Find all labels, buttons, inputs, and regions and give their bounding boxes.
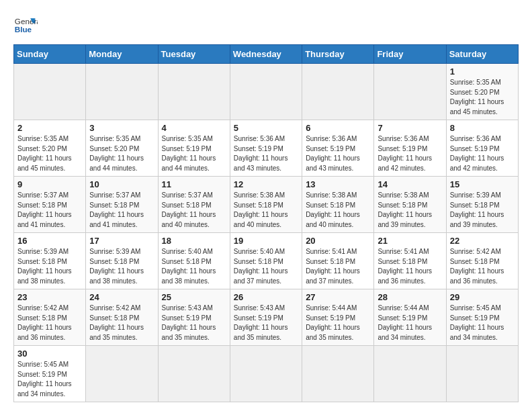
weekday-header-cell: Monday <box>86 45 158 64</box>
day-info: Sunrise: 5:36 AMSunset: 5:19 PMDaylight:… <box>450 134 515 173</box>
weekday-header-cell: Wednesday <box>230 45 302 64</box>
calendar-day-cell: 11Sunrise: 5:37 AMSunset: 5:18 PMDayligh… <box>158 177 230 233</box>
day-info: Sunrise: 5:38 AMSunset: 5:18 PMDaylight:… <box>234 191 298 230</box>
day-number: 11 <box>162 179 226 189</box>
calendar-day-cell: 19Sunrise: 5:40 AMSunset: 5:18 PMDayligh… <box>230 233 302 289</box>
day-info: Sunrise: 5:44 AMSunset: 5:19 PMDaylight:… <box>378 304 442 342</box>
day-number: 30 <box>17 349 82 359</box>
day-info: Sunrise: 5:42 AMSunset: 5:18 PMDaylight:… <box>450 247 515 286</box>
day-number: 3 <box>89 123 154 133</box>
calendar-day-cell: 2Sunrise: 5:35 AMSunset: 5:20 PMDaylight… <box>14 120 86 177</box>
calendar-day-cell <box>86 64 158 120</box>
page-header: General Blue <box>13 13 519 38</box>
calendar-day-cell: 7Sunrise: 5:36 AMSunset: 5:19 PMDaylight… <box>374 120 446 177</box>
day-info: Sunrise: 5:37 AMSunset: 5:18 PMDaylight:… <box>89 191 154 230</box>
day-info: Sunrise: 5:41 AMSunset: 5:18 PMDaylight:… <box>306 247 370 286</box>
calendar-day-cell <box>230 346 302 402</box>
calendar-day-cell <box>446 346 518 402</box>
day-info: Sunrise: 5:42 AMSunset: 5:18 PMDaylight:… <box>17 304 82 342</box>
day-info: Sunrise: 5:44 AMSunset: 5:19 PMDaylight:… <box>306 304 370 342</box>
day-info: Sunrise: 5:38 AMSunset: 5:18 PMDaylight:… <box>378 191 442 230</box>
calendar-day-cell: 13Sunrise: 5:38 AMSunset: 5:18 PMDayligh… <box>302 177 374 233</box>
day-number: 27 <box>306 292 370 302</box>
calendar-day-cell: 29Sunrise: 5:45 AMSunset: 5:19 PMDayligh… <box>446 289 518 346</box>
day-info: Sunrise: 5:45 AMSunset: 5:19 PMDaylight:… <box>450 304 515 342</box>
day-number: 13 <box>306 179 370 189</box>
calendar-day-cell: 17Sunrise: 5:39 AMSunset: 5:18 PMDayligh… <box>86 233 158 289</box>
day-number: 22 <box>450 236 515 246</box>
day-number: 21 <box>378 236 442 246</box>
day-info: Sunrise: 5:42 AMSunset: 5:18 PMDaylight:… <box>89 304 154 342</box>
day-number: 10 <box>89 179 154 189</box>
day-info: Sunrise: 5:35 AMSunset: 5:20 PMDaylight:… <box>450 78 515 117</box>
day-info: Sunrise: 5:38 AMSunset: 5:18 PMDaylight:… <box>306 191 370 230</box>
day-info: Sunrise: 5:45 AMSunset: 5:19 PMDaylight:… <box>17 360 82 399</box>
calendar-day-cell: 14Sunrise: 5:38 AMSunset: 5:18 PMDayligh… <box>374 177 446 233</box>
day-number: 12 <box>234 179 298 189</box>
calendar-table: SundayMondayTuesdayWednesdayThursdayFrid… <box>13 44 519 402</box>
weekday-header-cell: Saturday <box>446 45 518 64</box>
calendar-week-row: 9Sunrise: 5:37 AMSunset: 5:18 PMDaylight… <box>14 177 519 233</box>
day-number: 7 <box>378 123 442 133</box>
day-info: Sunrise: 5:36 AMSunset: 5:19 PMDaylight:… <box>306 134 370 173</box>
calendar-day-cell: 18Sunrise: 5:40 AMSunset: 5:18 PMDayligh… <box>158 233 230 289</box>
day-info: Sunrise: 5:43 AMSunset: 5:19 PMDaylight:… <box>162 304 226 342</box>
day-number: 19 <box>234 236 298 246</box>
calendar-day-cell: 30Sunrise: 5:45 AMSunset: 5:19 PMDayligh… <box>14 346 86 402</box>
calendar-day-cell: 16Sunrise: 5:39 AMSunset: 5:18 PMDayligh… <box>14 233 86 289</box>
calendar-day-cell: 10Sunrise: 5:37 AMSunset: 5:18 PMDayligh… <box>86 177 158 233</box>
day-info: Sunrise: 5:39 AMSunset: 5:18 PMDaylight:… <box>89 247 154 286</box>
day-number: 17 <box>89 236 154 246</box>
logo-icon: General Blue <box>13 13 38 38</box>
calendar-day-cell: 24Sunrise: 5:42 AMSunset: 5:18 PMDayligh… <box>86 289 158 346</box>
day-number: 25 <box>162 292 226 302</box>
calendar-day-cell <box>158 346 230 402</box>
day-info: Sunrise: 5:39 AMSunset: 5:18 PMDaylight:… <box>450 191 515 230</box>
weekday-header-cell: Friday <box>374 45 446 64</box>
day-number: 14 <box>378 179 442 189</box>
calendar-day-cell <box>14 64 86 120</box>
calendar-day-cell: 4Sunrise: 5:35 AMSunset: 5:19 PMDaylight… <box>158 120 230 177</box>
day-number: 1 <box>450 66 515 77</box>
day-info: Sunrise: 5:37 AMSunset: 5:18 PMDaylight:… <box>17 191 82 230</box>
calendar-day-cell: 6Sunrise: 5:36 AMSunset: 5:19 PMDaylight… <box>302 120 374 177</box>
day-info: Sunrise: 5:40 AMSunset: 5:18 PMDaylight:… <box>162 247 226 286</box>
day-info: Sunrise: 5:39 AMSunset: 5:18 PMDaylight:… <box>17 247 82 286</box>
day-info: Sunrise: 5:35 AMSunset: 5:19 PMDaylight:… <box>162 134 226 173</box>
calendar-day-cell: 25Sunrise: 5:43 AMSunset: 5:19 PMDayligh… <box>158 289 230 346</box>
day-number: 8 <box>450 123 515 133</box>
calendar-day-cell <box>302 64 374 120</box>
day-number: 9 <box>17 179 82 189</box>
calendar-day-cell: 27Sunrise: 5:44 AMSunset: 5:19 PMDayligh… <box>302 289 374 346</box>
calendar-day-cell: 9Sunrise: 5:37 AMSunset: 5:18 PMDaylight… <box>14 177 86 233</box>
day-number: 15 <box>450 179 515 189</box>
day-info: Sunrise: 5:37 AMSunset: 5:18 PMDaylight:… <box>162 191 226 230</box>
day-number: 2 <box>17 123 82 133</box>
day-number: 4 <box>162 123 226 133</box>
calendar-day-cell <box>374 64 446 120</box>
calendar-day-cell: 20Sunrise: 5:41 AMSunset: 5:18 PMDayligh… <box>302 233 374 289</box>
day-number: 26 <box>234 292 298 302</box>
day-number: 6 <box>306 123 370 133</box>
day-number: 16 <box>17 236 82 246</box>
day-info: Sunrise: 5:41 AMSunset: 5:18 PMDaylight:… <box>378 247 442 286</box>
svg-text:Blue: Blue <box>15 25 32 34</box>
day-number: 5 <box>234 123 298 133</box>
calendar-day-cell: 26Sunrise: 5:43 AMSunset: 5:19 PMDayligh… <box>230 289 302 346</box>
calendar-week-row: 1Sunrise: 5:35 AMSunset: 5:20 PMDaylight… <box>14 64 519 120</box>
calendar-day-cell: 3Sunrise: 5:35 AMSunset: 5:20 PMDaylight… <box>86 120 158 177</box>
calendar-body: 1Sunrise: 5:35 AMSunset: 5:20 PMDaylight… <box>14 64 519 402</box>
day-number: 23 <box>17 292 82 302</box>
day-number: 20 <box>306 236 370 246</box>
calendar-day-cell <box>230 64 302 120</box>
logo: General Blue <box>13 13 38 38</box>
calendar-week-row: 16Sunrise: 5:39 AMSunset: 5:18 PMDayligh… <box>14 233 519 289</box>
calendar-day-cell <box>158 64 230 120</box>
calendar-day-cell: 28Sunrise: 5:44 AMSunset: 5:19 PMDayligh… <box>374 289 446 346</box>
day-info: Sunrise: 5:36 AMSunset: 5:19 PMDaylight:… <box>234 134 298 173</box>
calendar-day-cell <box>86 346 158 402</box>
calendar-day-cell: 22Sunrise: 5:42 AMSunset: 5:18 PMDayligh… <box>446 233 518 289</box>
day-number: 24 <box>89 292 154 302</box>
calendar-week-row: 23Sunrise: 5:42 AMSunset: 5:18 PMDayligh… <box>14 289 519 346</box>
calendar-day-cell: 15Sunrise: 5:39 AMSunset: 5:18 PMDayligh… <box>446 177 518 233</box>
